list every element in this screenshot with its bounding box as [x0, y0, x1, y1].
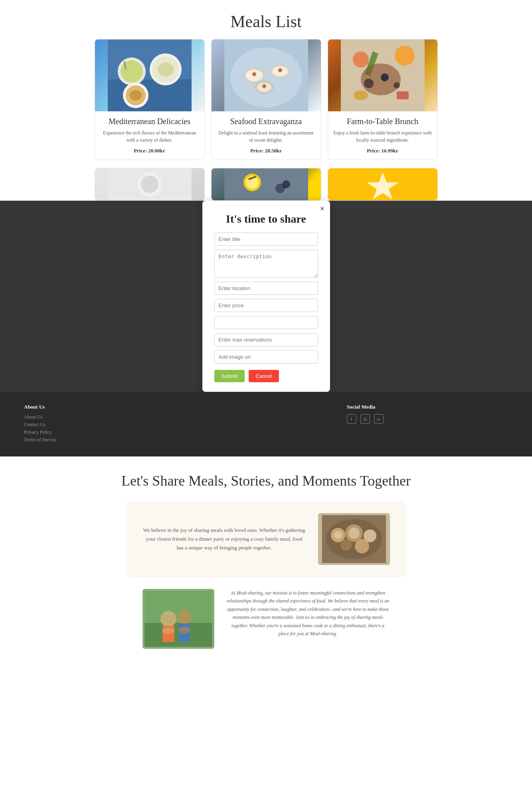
svg-rect-53: [144, 623, 212, 647]
partial-meal-card-4[interactable]: [95, 168, 205, 201]
svg-point-35: [141, 176, 158, 193]
svg-point-31: [354, 91, 368, 100]
svg-point-25: [395, 45, 415, 65]
modal-close-button[interactable]: ×: [320, 205, 324, 213]
footer-link-terms-of-service[interactable]: Terms of Service: [24, 437, 185, 443]
footer-about: About Us About UsContact UsPrivacy Polic…: [24, 404, 185, 444]
meal-price-2: Price: 28.50kr: [217, 148, 315, 154]
footer-social-title: Social Media: [347, 404, 508, 410]
footer: About Us About UsContact UsPrivacy Polic…: [0, 392, 532, 456]
svg-point-58: [162, 628, 174, 634]
footer-link-about-us[interactable]: About Us: [24, 414, 185, 420]
svg-point-30: [394, 82, 400, 89]
svg-point-24: [353, 51, 369, 67]
share-text: We believe in the joy of sharing meals w…: [142, 526, 306, 552]
footer-social-icons: f◎in: [347, 414, 508, 424]
svg-point-9: [130, 90, 142, 101]
svg-point-6: [158, 62, 174, 77]
meals-grid: Mediterranean Delicacies Experience the …: [87, 39, 446, 168]
partial-meal-image-4: [95, 168, 204, 200]
svg-point-29: [381, 73, 389, 81]
svg-rect-60: [144, 591, 212, 623]
cancel-button[interactable]: Cancel: [249, 370, 279, 382]
svg-point-28: [364, 79, 374, 88]
modal-section: Join our community and culinary adventur…: [0, 201, 532, 392]
mission-section: At Meal-sharing, our mission is to foste…: [127, 589, 406, 649]
svg-point-50: [334, 531, 342, 539]
meal-image-1: [95, 40, 204, 111]
meal-desc-3: Enjoy a fresh farm-to-table brunch exper…: [334, 129, 432, 144]
share-form: 11.05.2024 Submit Cancel: [214, 233, 318, 382]
price-input[interactable]: [214, 299, 318, 312]
meal-image-3: [328, 40, 437, 111]
svg-point-3: [121, 60, 143, 83]
social-icon-1[interactable]: ◎: [360, 414, 370, 424]
meal-price-1: Price: 20.00kr: [101, 148, 199, 154]
modal-title: It's time to share: [214, 213, 318, 225]
mission-image: [142, 589, 214, 649]
svg-point-19: [252, 72, 256, 76]
partial-meal-card-6[interactable]: [328, 168, 438, 201]
footer-link-contact-us[interactable]: Contact Us: [24, 422, 185, 428]
page-title: Meals List: [0, 0, 532, 39]
svg-point-59: [179, 627, 190, 633]
title-input[interactable]: [214, 233, 318, 246]
partial-meal-card-5[interactable]: [211, 168, 321, 201]
partial-meal-image-6: [328, 168, 437, 200]
footer-about-title: About Us: [24, 404, 185, 410]
hero-section: Let's Share Meals, Stories, and Moments …: [0, 456, 532, 673]
svg-point-51: [348, 527, 360, 539]
meal-card-2[interactable]: Seafood Extravaganza Delight in a seafoo…: [211, 39, 321, 160]
footer-link-privacy-policy[interactable]: Privacy Policy: [24, 429, 185, 435]
svg-point-20: [278, 68, 282, 72]
submit-button[interactable]: Submit: [214, 370, 245, 382]
svg-point-12: [230, 47, 302, 107]
max-reservations-input[interactable]: [214, 333, 318, 346]
meal-price-3: Price: 16.99kr: [334, 148, 432, 154]
partial-cards: [87, 168, 446, 201]
date-input[interactable]: 11.05.2024: [214, 316, 318, 329]
description-input[interactable]: [214, 250, 318, 278]
share-image: [318, 513, 390, 565]
meal-desc-2: Delight in a seafood feast featuring an …: [217, 129, 315, 144]
meal-title-3: Farm-to-Table Brunch: [334, 117, 432, 126]
svg-point-21: [262, 84, 266, 88]
svg-rect-36: [224, 168, 308, 200]
share-section: We believe in the joy of sharing meals w…: [127, 501, 406, 577]
modal-buttons: Submit Cancel: [214, 370, 318, 382]
partial-meal-image-5: [212, 168, 321, 200]
share-modal: × It's time to share 11.05.2024 Submit C…: [202, 201, 330, 392]
svg-rect-1: [108, 79, 192, 111]
mission-text: At Meal-sharing, our mission is to foste…: [226, 589, 390, 638]
social-icon-0[interactable]: f: [347, 414, 356, 424]
svg-rect-32: [397, 91, 409, 99]
meal-desc-1: Experience the rich flavors of the Medit…: [101, 129, 199, 144]
meal-title-1: Mediterranean Delicacies: [101, 117, 199, 126]
meal-image-2: [212, 40, 321, 111]
overlay-wrapper: Join our community and culinary adventur…: [0, 168, 532, 392]
svg-point-49: [355, 539, 369, 553]
location-input[interactable]: [214, 282, 318, 295]
social-icon-2[interactable]: in: [374, 414, 384, 424]
svg-point-40: [282, 180, 290, 188]
footer-center: [185, 404, 346, 444]
footer-social-col: Social Media f◎in: [347, 404, 508, 444]
svg-point-48: [340, 539, 352, 551]
meal-card-3[interactable]: Farm-to-Table Brunch Enjoy a fresh farm-…: [328, 39, 438, 160]
hero-title: Let's Share Meals, Stories, and Moments …: [8, 472, 524, 489]
meal-card-1[interactable]: Mediterranean Delicacies Experience the …: [95, 39, 205, 160]
meal-title-2: Seafood Extravaganza: [217, 117, 315, 126]
image-url-input[interactable]: [214, 350, 318, 363]
